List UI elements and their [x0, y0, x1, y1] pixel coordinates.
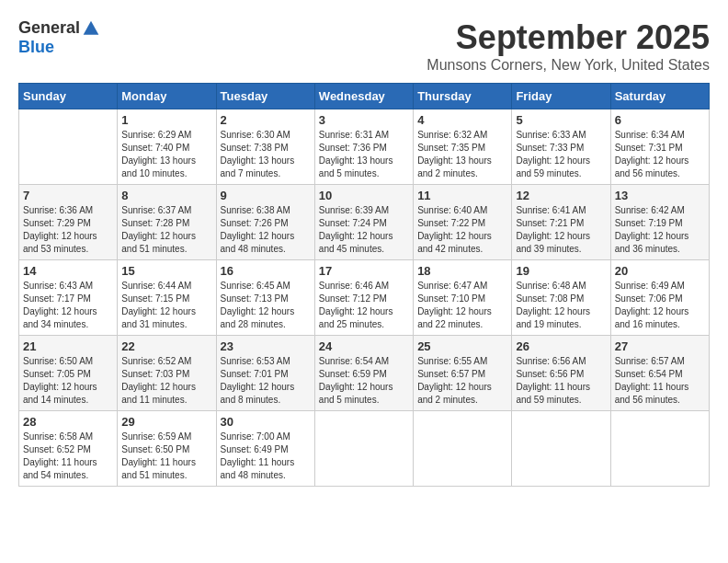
- day-number: 11: [417, 189, 507, 202]
- day-info: Sunrise: 6:53 AMSunset: 7:01 PMDaylight:…: [221, 355, 311, 407]
- weekday-header-monday: Monday: [118, 84, 216, 109]
- calendar-cell: 17Sunrise: 6:46 AMSunset: 7:12 PMDayligh…: [314, 260, 413, 336]
- day-number: 24: [319, 339, 409, 353]
- day-number: 6: [615, 113, 705, 127]
- title-block: September 2025 Munsons Corners, New York…: [427, 18, 710, 74]
- calendar-cell: 29Sunrise: 6:59 AMSunset: 6:50 PMDayligh…: [118, 411, 216, 487]
- day-number: 21: [23, 339, 113, 353]
- day-info: Sunrise: 6:49 AMSunset: 7:06 PMDaylight:…: [615, 280, 705, 331]
- calendar-cell: 18Sunrise: 6:47 AMSunset: 7:10 PMDayligh…: [414, 260, 512, 336]
- day-info: Sunrise: 6:30 AMSunset: 7:38 PMDaylight:…: [221, 129, 311, 180]
- calendar-cell: [19, 109, 118, 185]
- logo: General Blue: [18, 18, 100, 57]
- day-number: 14: [23, 264, 113, 278]
- day-info: Sunrise: 6:32 AMSunset: 7:35 PMDaylight:…: [417, 129, 507, 180]
- weekday-header-friday: Friday: [512, 84, 610, 109]
- calendar-cell: 16Sunrise: 6:45 AMSunset: 7:13 PMDayligh…: [216, 260, 314, 336]
- day-number: 15: [121, 264, 211, 278]
- day-number: 26: [516, 339, 606, 353]
- calendar: SundayMondayTuesdayWednesdayThursdayFrid…: [18, 83, 710, 487]
- day-info: Sunrise: 6:41 AMSunset: 7:21 PMDaylight:…: [516, 204, 606, 256]
- week-row-3: 14Sunrise: 6:43 AMSunset: 7:17 PMDayligh…: [19, 260, 710, 336]
- calendar-cell: 27Sunrise: 6:57 AMSunset: 6:54 PMDayligh…: [610, 336, 709, 411]
- day-number: 30: [221, 415, 311, 429]
- page-header: General Blue September 2025 Munsons Corn…: [18, 18, 710, 74]
- day-info: Sunrise: 6:48 AMSunset: 7:08 PMDaylight:…: [516, 280, 606, 331]
- svg-marker-0: [84, 20, 99, 34]
- calendar-cell: 11Sunrise: 6:40 AMSunset: 7:22 PMDayligh…: [414, 185, 512, 260]
- day-info: Sunrise: 6:36 AMSunset: 7:29 PMDaylight:…: [23, 204, 113, 256]
- day-number: 5: [516, 113, 606, 127]
- day-info: Sunrise: 6:46 AMSunset: 7:12 PMDaylight:…: [319, 280, 409, 331]
- calendar-cell: 19Sunrise: 6:48 AMSunset: 7:08 PMDayligh…: [512, 260, 610, 336]
- week-row-2: 7Sunrise: 6:36 AMSunset: 7:29 PMDaylight…: [19, 185, 710, 260]
- calendar-cell: 7Sunrise: 6:36 AMSunset: 7:29 PMDaylight…: [19, 185, 118, 260]
- calendar-cell: 26Sunrise: 6:56 AMSunset: 6:56 PMDayligh…: [512, 336, 610, 411]
- day-number: 22: [121, 339, 211, 353]
- calendar-cell: [512, 411, 610, 487]
- day-info: Sunrise: 6:40 AMSunset: 7:22 PMDaylight:…: [417, 204, 507, 256]
- calendar-cell: [414, 411, 512, 487]
- weekday-header-thursday: Thursday: [414, 84, 512, 109]
- day-info: Sunrise: 6:31 AMSunset: 7:36 PMDaylight:…: [319, 129, 409, 180]
- weekday-header-row: SundayMondayTuesdayWednesdayThursdayFrid…: [19, 84, 710, 109]
- calendar-cell: 2Sunrise: 6:30 AMSunset: 7:38 PMDaylight…: [216, 109, 314, 185]
- calendar-cell: 15Sunrise: 6:44 AMSunset: 7:15 PMDayligh…: [118, 260, 216, 336]
- logo-blue: Blue: [18, 38, 54, 57]
- day-info: Sunrise: 6:56 AMSunset: 6:56 PMDaylight:…: [516, 355, 606, 407]
- calendar-cell: 9Sunrise: 6:38 AMSunset: 7:26 PMDaylight…: [216, 185, 314, 260]
- logo-icon: [82, 19, 100, 38]
- calendar-cell: 3Sunrise: 6:31 AMSunset: 7:36 PMDaylight…: [314, 109, 413, 185]
- day-number: 19: [516, 264, 606, 278]
- day-info: Sunrise: 6:47 AMSunset: 7:10 PMDaylight:…: [417, 280, 507, 331]
- calendar-cell: [314, 411, 413, 487]
- week-row-1: 1Sunrise: 6:29 AMSunset: 7:40 PMDaylight…: [19, 109, 710, 185]
- day-info: Sunrise: 6:45 AMSunset: 7:13 PMDaylight:…: [221, 280, 311, 331]
- logo-general: General: [18, 18, 80, 38]
- week-row-5: 28Sunrise: 6:58 AMSunset: 6:52 PMDayligh…: [19, 411, 710, 487]
- day-info: Sunrise: 7:00 AMSunset: 6:49 PMDaylight:…: [221, 431, 311, 482]
- day-info: Sunrise: 6:39 AMSunset: 7:24 PMDaylight:…: [319, 204, 409, 256]
- day-info: Sunrise: 6:43 AMSunset: 7:17 PMDaylight:…: [23, 280, 113, 331]
- weekday-header-sunday: Sunday: [19, 84, 118, 109]
- calendar-cell: 22Sunrise: 6:52 AMSunset: 7:03 PMDayligh…: [118, 336, 216, 411]
- day-number: 12: [516, 189, 606, 202]
- calendar-cell: 28Sunrise: 6:58 AMSunset: 6:52 PMDayligh…: [19, 411, 118, 487]
- calendar-cell: 5Sunrise: 6:33 AMSunset: 7:33 PMDaylight…: [512, 109, 610, 185]
- day-number: 16: [221, 264, 311, 278]
- weekday-header-tuesday: Tuesday: [216, 84, 314, 109]
- day-number: 25: [417, 339, 507, 353]
- weekday-header-saturday: Saturday: [610, 84, 709, 109]
- day-info: Sunrise: 6:54 AMSunset: 6:59 PMDaylight:…: [319, 355, 409, 407]
- day-number: 1: [121, 113, 211, 127]
- weekday-header-wednesday: Wednesday: [314, 84, 413, 109]
- week-row-4: 21Sunrise: 6:50 AMSunset: 7:05 PMDayligh…: [19, 336, 710, 411]
- day-info: Sunrise: 6:33 AMSunset: 7:33 PMDaylight:…: [516, 129, 606, 180]
- month-title: September 2025: [427, 18, 710, 57]
- day-number: 28: [23, 415, 113, 429]
- day-info: Sunrise: 6:37 AMSunset: 7:28 PMDaylight:…: [121, 204, 211, 256]
- calendar-cell: 24Sunrise: 6:54 AMSunset: 6:59 PMDayligh…: [314, 336, 413, 411]
- day-info: Sunrise: 6:58 AMSunset: 6:52 PMDaylight:…: [23, 431, 113, 482]
- calendar-cell: 21Sunrise: 6:50 AMSunset: 7:05 PMDayligh…: [19, 336, 118, 411]
- day-number: 10: [319, 189, 409, 202]
- day-info: Sunrise: 6:59 AMSunset: 6:50 PMDaylight:…: [121, 431, 211, 482]
- location: Munsons Corners, New York, United States: [427, 57, 710, 74]
- day-number: 27: [615, 339, 705, 353]
- day-info: Sunrise: 6:38 AMSunset: 7:26 PMDaylight:…: [221, 204, 311, 256]
- calendar-cell: 25Sunrise: 6:55 AMSunset: 6:57 PMDayligh…: [414, 336, 512, 411]
- day-info: Sunrise: 6:52 AMSunset: 7:03 PMDaylight:…: [121, 355, 211, 407]
- day-number: 8: [121, 189, 211, 202]
- calendar-cell: 12Sunrise: 6:41 AMSunset: 7:21 PMDayligh…: [512, 185, 610, 260]
- day-info: Sunrise: 6:55 AMSunset: 6:57 PMDaylight:…: [417, 355, 507, 407]
- calendar-cell: 20Sunrise: 6:49 AMSunset: 7:06 PMDayligh…: [610, 260, 709, 336]
- day-info: Sunrise: 6:50 AMSunset: 7:05 PMDaylight:…: [23, 355, 113, 407]
- day-number: 9: [221, 189, 311, 202]
- calendar-cell: 1Sunrise: 6:29 AMSunset: 7:40 PMDaylight…: [118, 109, 216, 185]
- day-number: 7: [23, 189, 113, 202]
- day-info: Sunrise: 6:34 AMSunset: 7:31 PMDaylight:…: [615, 129, 705, 180]
- day-info: Sunrise: 6:42 AMSunset: 7:19 PMDaylight:…: [615, 204, 705, 256]
- day-info: Sunrise: 6:44 AMSunset: 7:15 PMDaylight:…: [121, 280, 211, 331]
- day-number: 4: [417, 113, 507, 127]
- day-number: 2: [221, 113, 311, 127]
